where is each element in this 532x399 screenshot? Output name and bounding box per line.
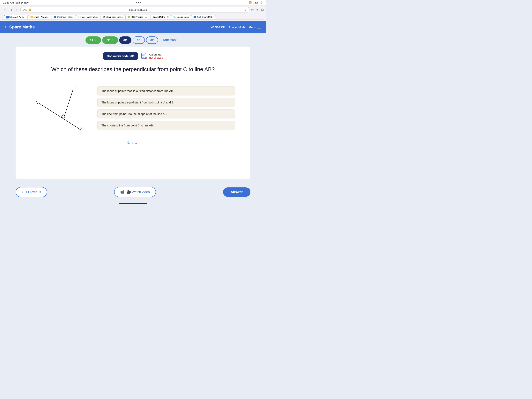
- hamburger-icon: [257, 26, 261, 28]
- tab-2326-sparx[interactable]: 🔵 2326 Sparx Mat...: [191, 15, 216, 19]
- tab-sparx-maths[interactable]: Sparx Maths ✕: [151, 15, 171, 19]
- address-bar[interactable]: AA 🔒 sparxmaths.uk ↻: [20, 7, 249, 13]
- status-bar: 11:59 AM Sun 24 Nov 📶 75% 🔋: [0, 0, 266, 6]
- tab-summary[interactable]: Summary: [159, 36, 180, 44]
- dots-icon: [136, 2, 141, 3]
- sidebar-toggle-btn[interactable]: ⊞: [2, 7, 8, 12]
- app-back-button[interactable]: ‹: [5, 25, 6, 30]
- tab-close-sparx[interactable]: ✕: [167, 16, 169, 18]
- lesson-tabs: 6A ✓ 6B ✓ 6C 6D 6E Summary: [0, 33, 266, 46]
- calculator-icon: [141, 53, 148, 59]
- lock-icon: 🔒: [28, 8, 32, 11]
- svg-rect-5: [142, 57, 143, 58]
- tab-6E[interactable]: 6E: [146, 36, 158, 44]
- tab-chain-link[interactable]: ⏱ Chain Link Gold...: [101, 15, 125, 19]
- user-name: Anaiya Miah: [229, 26, 245, 29]
- zoom-area: 🔍 Zoom: [27, 141, 239, 145]
- zoom-button[interactable]: 🔍 Zoom: [127, 141, 139, 145]
- battery-icon: 🔋: [260, 1, 263, 4]
- url-display: sparxmaths.uk: [33, 8, 243, 11]
- answer-options: The locus of points that lie a fixed dis…: [97, 86, 235, 130]
- chevron-left-icon: ‹: [22, 190, 23, 194]
- share-icon[interactable]: ⎋: [251, 8, 253, 12]
- geometry-diagram: A B C: [33, 81, 88, 135]
- time: 11:59 AM: [3, 1, 14, 4]
- question-text: Which of these describes the perpendicul…: [27, 65, 239, 73]
- date: Sun 24 Nov: [15, 1, 29, 4]
- new-tab-icon[interactable]: +: [256, 8, 258, 12]
- tab-6A[interactable]: 6A ✓: [85, 36, 101, 44]
- tab-google-lens[interactable]: 🔍 Google Lens: [171, 15, 191, 19]
- home-bar: [119, 203, 147, 204]
- svg-text:B: B: [79, 126, 82, 130]
- app-header: ‹ Sparx Maths 46,560 XP Anaiya Miah Menu: [0, 21, 266, 33]
- video-icon: 📹: [120, 190, 124, 194]
- answer-button[interactable]: Answer: [223, 187, 250, 197]
- svg-text:C: C: [74, 85, 76, 89]
- font-size-control: AA: [23, 8, 27, 11]
- answer-option-2[interactable]: The locus of points equidistant from bot…: [97, 98, 235, 107]
- svg-rect-4: [145, 56, 145, 56]
- tab-6B[interactable]: 6B ✓: [102, 36, 118, 44]
- svg-line-11: [64, 90, 73, 117]
- menu-button[interactable]: Menu: [249, 26, 261, 29]
- bottom-nav: ‹ < Previous 📹 🎥 Watch video Answer: [0, 183, 266, 201]
- previous-button[interactable]: ‹ < Previous: [16, 187, 47, 197]
- tab-ks3-physics[interactable]: 📗 KS3 Physics - B...: [125, 15, 150, 19]
- svg-rect-1: [142, 54, 145, 55]
- svg-rect-2: [142, 56, 143, 56]
- back-btn[interactable]: ‹: [10, 7, 13, 12]
- svg-line-10: [39, 103, 79, 129]
- watch-video-button[interactable]: 📹 🎥 Watch video: [114, 187, 156, 197]
- reload-icon[interactable]: ↻: [244, 8, 247, 11]
- bookwork-code-badge: Bookwork code: 6C: [103, 52, 138, 60]
- tab-mail-anaiya[interactable]: ✉️ Mail - Anaiya Mi...: [76, 15, 101, 19]
- forward-btn[interactable]: ›: [15, 7, 19, 12]
- browser-chrome: ⊞ ‹ › AA 🔒 sparxmaths.uk ↻ ⎋ + ⧉ 🟦 Micro…: [0, 6, 266, 21]
- answer-option-4[interactable]: The shortest line from point C to line A…: [97, 121, 235, 130]
- zoom-icon: 🔍: [127, 141, 130, 145]
- wifi-icon: 📶: [248, 1, 252, 4]
- main-content: Bookwork code: 6C Calculator not allowed: [16, 46, 250, 179]
- svg-rect-3: [143, 56, 144, 56]
- svg-rect-6: [143, 57, 144, 58]
- tabs-icon[interactable]: ⧉: [261, 8, 264, 12]
- bookwork-bar: Bookwork code: 6C Calculator not allowed: [27, 52, 239, 60]
- tab-email-anaiya[interactable]: 🟡 Email - Anaiya...: [28, 15, 51, 19]
- svg-text:A: A: [35, 101, 38, 105]
- tab-6D[interactable]: 6D: [133, 36, 145, 44]
- app-logo: Sparx Maths: [9, 25, 35, 30]
- battery-level: 75%: [253, 1, 258, 4]
- answer-option-1[interactable]: The locus of points that lie a fixed dis…: [97, 86, 235, 96]
- home-indicator: [0, 201, 266, 206]
- answer-option-3[interactable]: The line from point C to the midpoint of…: [97, 109, 235, 118]
- tab-onedrive[interactable]: 🔵 OneDrive | Micr...: [52, 15, 76, 19]
- diagram-area: A B C: [31, 81, 89, 135]
- calculator-status: Calculator not allowed: [149, 53, 163, 59]
- xp-display: 46,560 XP: [211, 26, 225, 29]
- browser-tabs: 🟦 Microsoft Outlo... 🟡 Email - Anaiya...…: [2, 14, 264, 19]
- calculator-info: Calculator not allowed: [141, 53, 163, 59]
- tab-6C[interactable]: 6C: [119, 36, 132, 44]
- question-content: A B C The locus of points that lie a fix…: [27, 81, 239, 135]
- tab-microsoft-outlook[interactable]: 🟦 Microsoft Outlo...: [4, 15, 28, 19]
